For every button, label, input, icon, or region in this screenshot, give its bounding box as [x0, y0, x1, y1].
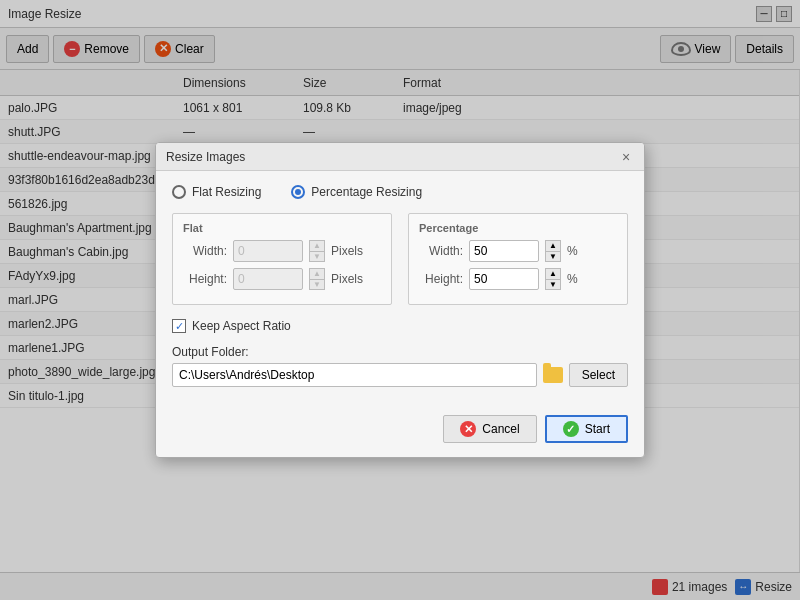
pct-width-down[interactable]: ▼: [545, 251, 561, 262]
modal-body: Flat Resizing Percentage Resizing Flat W…: [156, 171, 644, 415]
pct-height-input[interactable]: [469, 268, 539, 290]
flat-height-spinner[interactable]: ▲ ▼: [309, 268, 325, 290]
output-folder-row: Select: [172, 363, 628, 387]
cancel-button[interactable]: ✕ Cancel: [443, 415, 536, 443]
cancel-icon: ✕: [460, 421, 476, 437]
flat-height-input: [233, 268, 303, 290]
percentage-radio[interactable]: [291, 185, 305, 199]
pct-width-label: Width:: [419, 244, 463, 258]
keep-aspect-label: Keep Aspect Ratio: [192, 319, 291, 333]
select-label: Select: [582, 368, 615, 382]
flat-height-unit: Pixels: [331, 272, 363, 286]
flat-width-label: Width:: [183, 244, 227, 258]
flat-radio[interactable]: [172, 185, 186, 199]
flat-height-label: Height:: [183, 272, 227, 286]
start-button[interactable]: ✓ Start: [545, 415, 628, 443]
resize-dialog: Resize Images × Flat Resizing Percentage…: [155, 142, 645, 458]
modal-overlay: Resize Images × Flat Resizing Percentage…: [0, 0, 800, 600]
flat-width-input: [233, 240, 303, 262]
flat-height-down[interactable]: ▼: [309, 279, 325, 290]
pct-height-row: Height: ▲ ▼ %: [419, 268, 617, 290]
flat-width-row: Width: ▲ ▼ Pixels: [183, 240, 381, 262]
resize-mode-row: Flat Resizing Percentage Resizing: [172, 185, 628, 199]
percentage-resizing-option[interactable]: Percentage Resizing: [291, 185, 422, 199]
keep-aspect-checkbox[interactable]: [172, 319, 186, 333]
pct-height-spinner[interactable]: ▲ ▼: [545, 268, 561, 290]
pct-height-down[interactable]: ▼: [545, 279, 561, 290]
flat-section-label: Flat: [183, 222, 381, 234]
select-button[interactable]: Select: [569, 363, 628, 387]
keep-aspect-row: Keep Aspect Ratio: [172, 319, 628, 333]
start-label: Start: [585, 422, 610, 436]
pct-width-unit: %: [567, 244, 578, 258]
pct-height-unit: %: [567, 272, 578, 286]
pct-width-spinner[interactable]: ▲ ▼: [545, 240, 561, 262]
flat-width-down[interactable]: ▼: [309, 251, 325, 262]
output-folder-label: Output Folder:: [172, 345, 628, 359]
flat-height-up[interactable]: ▲: [309, 268, 325, 279]
flat-width-up[interactable]: ▲: [309, 240, 325, 251]
pct-height-up[interactable]: ▲: [545, 268, 561, 279]
folder-icon: [543, 367, 563, 383]
percentage-section: Percentage Width: ▲ ▼ % Height:: [408, 213, 628, 305]
percentage-resizing-label: Percentage Resizing: [311, 185, 422, 199]
flat-resizing-option[interactable]: Flat Resizing: [172, 185, 261, 199]
pct-width-row: Width: ▲ ▼ %: [419, 240, 617, 262]
pct-width-up[interactable]: ▲: [545, 240, 561, 251]
percentage-section-label: Percentage: [419, 222, 617, 234]
resize-sections-row: Flat Width: ▲ ▼ Pixels Height:: [172, 213, 628, 305]
flat-section: Flat Width: ▲ ▼ Pixels Height:: [172, 213, 392, 305]
modal-footer: ✕ Cancel ✓ Start: [156, 415, 644, 457]
flat-width-unit: Pixels: [331, 244, 363, 258]
flat-resizing-label: Flat Resizing: [192, 185, 261, 199]
output-folder-input[interactable]: [172, 363, 537, 387]
start-icon: ✓: [563, 421, 579, 437]
pct-height-label: Height:: [419, 272, 463, 286]
modal-close-button[interactable]: ×: [618, 149, 634, 165]
modal-title: Resize Images: [166, 150, 245, 164]
cancel-label: Cancel: [482, 422, 519, 436]
modal-title-bar: Resize Images ×: [156, 143, 644, 171]
pct-width-input[interactable]: [469, 240, 539, 262]
flat-width-spinner[interactable]: ▲ ▼: [309, 240, 325, 262]
flat-height-row: Height: ▲ ▼ Pixels: [183, 268, 381, 290]
